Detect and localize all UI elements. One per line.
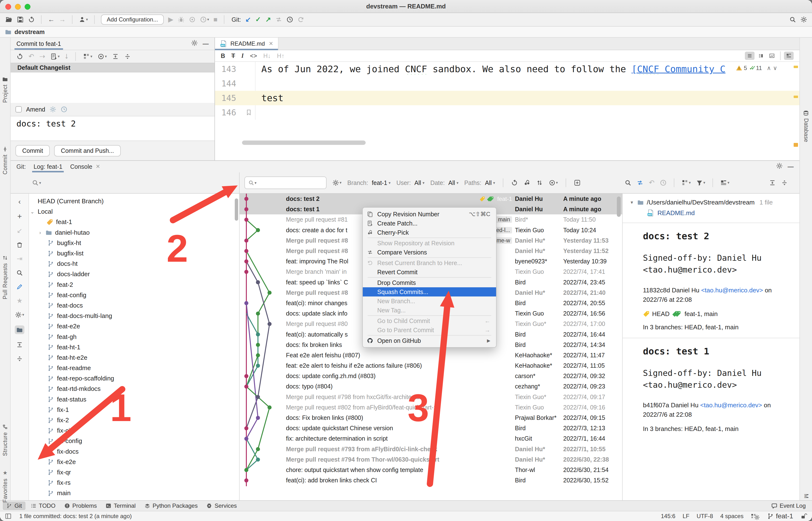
find-icon[interactable] xyxy=(16,269,23,276)
git-panel-hide-icon[interactable]: — xyxy=(788,163,794,170)
commit-options-gear-icon[interactable] xyxy=(49,106,56,113)
collapse-details-icon[interactable] xyxy=(781,179,788,186)
user-filter[interactable]: User: All▾ xyxy=(396,179,424,186)
strikethrough-icon[interactable]: T xyxy=(232,52,235,60)
next-problem-icon[interactable]: ∨ xyxy=(773,65,777,71)
tree-item-feat-1[interactable]: feat-1 xyxy=(29,217,239,227)
rollback-icon[interactable]: ↶ xyxy=(28,53,34,60)
view-options-icon[interactable]: ▾ xyxy=(97,53,107,60)
annotations-icon[interactable] xyxy=(751,512,760,520)
toolwindow-button-python-packages[interactable]: Python Packages xyxy=(141,502,201,510)
file-encoding[interactable]: UTF-8 xyxy=(697,513,713,520)
commit-row[interactable]: feat: e2e alert to feishu if e2e actions… xyxy=(240,360,622,371)
details-search-icon[interactable] xyxy=(624,179,631,186)
italic-icon[interactable]: I xyxy=(241,52,244,59)
indent-style[interactable]: 4 spaces xyxy=(720,513,743,520)
settings-icon[interactable] xyxy=(800,16,807,23)
branch-search[interactable]: ▾ xyxy=(10,173,240,193)
git-branch-widget[interactable]: feat-1 xyxy=(767,513,793,520)
new-bookmark-icon[interactable] xyxy=(574,179,580,186)
commit-row[interactable]: docs: Fix broken links (#800)Prajwal Bor… xyxy=(240,413,622,423)
commit-row[interactable]: Merge pull request #793 from aFlyBird0/c… xyxy=(240,444,622,454)
sidebar-item-make[interactable]: M xyxy=(800,494,812,498)
zoom-window-button[interactable] xyxy=(25,4,30,10)
changelist-icon[interactable]: ▾ xyxy=(50,53,60,60)
bold-icon[interactable]: B xyxy=(221,52,225,60)
commit-search-input[interactable]: ▾ xyxy=(244,177,327,189)
refresh-log-icon[interactable] xyxy=(511,179,518,186)
toolwindow-button-git[interactable]: Git xyxy=(3,502,25,510)
filter-settings-icon[interactable]: ▾ xyxy=(332,179,342,186)
menu-item-new-branch[interactable]: New Branch... xyxy=(363,296,496,305)
tree-item-fix-rs[interactable]: fix-rs xyxy=(29,478,239,488)
sidebar-item-structure[interactable]: Structure xyxy=(0,424,10,456)
commit-list-scrollbar[interactable] xyxy=(617,197,621,217)
bookmark-icon[interactable] xyxy=(245,109,252,116)
author-email-link[interactable]: <tao.hu@merico.dev> xyxy=(700,402,762,409)
code-icon[interactable]: <> xyxy=(250,52,257,60)
delete-branch-icon[interactable] xyxy=(16,242,23,248)
menu-item-create-patch[interactable]: Create Patch... xyxy=(363,219,496,228)
tree-item-feat-docs-multi-lang[interactable]: feat-docs-multi-lang xyxy=(29,311,239,321)
date-filter[interactable]: Date: All▾ xyxy=(431,179,459,186)
menu-item-cherry-pick[interactable]: Cherry-Pick xyxy=(363,228,496,237)
coverage-icon[interactable] xyxy=(189,16,196,23)
sort-icon[interactable] xyxy=(536,179,543,186)
changed-files-root[interactable]: ▾ /Users/danielhu/DevStream/devstream 1 … xyxy=(630,197,795,208)
sync-icon[interactable] xyxy=(28,16,35,23)
commit-row[interactable]: Merge pull request #798 from hxcGit/fix-… xyxy=(240,392,622,402)
profiler-icon[interactable]: ▾ xyxy=(200,16,209,23)
tree-item-fix-e2e[interactable]: fix-e2e xyxy=(29,457,239,467)
commit-settings-icon[interactable] xyxy=(191,40,198,48)
run-icon[interactable]: ▶ xyxy=(168,16,173,23)
menu-item-go-to-child-commit[interactable]: Go to Child Commit← xyxy=(363,316,496,325)
commit-row[interactable]: docs: test 2feat-1Daniel HuA minute ago xyxy=(240,194,622,204)
lock-icon[interactable] xyxy=(800,513,807,520)
menu-item-drop-commits[interactable]: Drop Commits xyxy=(363,278,496,287)
tree-item-bugfix-list[interactable]: bugfix-list xyxy=(29,248,239,258)
tree-item-feat-ht-e2e[interactable]: feat-ht-e2e xyxy=(29,353,239,363)
close-window-button[interactable] xyxy=(5,4,11,10)
branch-settings-icon[interactable]: ▾ xyxy=(15,312,24,318)
group-by-icon[interactable]: ▾ xyxy=(83,53,92,60)
commit-message-input[interactable]: docs: test 2 xyxy=(10,116,215,141)
git-merge-icon[interactable] xyxy=(275,16,282,23)
editor-tab-readme[interactable]: README.md ✕ xyxy=(215,38,279,50)
menu-item-copy-revision-number[interactable]: Copy Revision Number⌥⇧⌘C xyxy=(363,209,496,219)
toolwindow-toggle-icon[interactable] xyxy=(5,513,12,520)
tree-item-fix-docs[interactable]: fix-docs xyxy=(29,446,239,457)
history-icon[interactable] xyxy=(660,179,666,186)
sidebar-item-database[interactable]: Database xyxy=(800,110,812,142)
menu-item-open-on-github[interactable]: Open on GitHub▶ xyxy=(363,336,496,345)
link-icon[interactable] xyxy=(290,52,297,60)
commit-button[interactable]: Commit xyxy=(16,145,50,156)
add-configuration-button[interactable]: Add Configuration... xyxy=(101,15,164,25)
git-commit-icon[interactable]: ✓ xyxy=(255,16,261,23)
tree-item-fix-ci[interactable]: fix-ci xyxy=(29,425,239,436)
git-rollback-icon[interactable] xyxy=(298,16,304,23)
branches-scrollbar[interactable] xyxy=(235,199,238,221)
branch-filter[interactable]: Branch: feat-1▾ xyxy=(347,179,391,186)
tree-item-feat-gh[interactable]: feat-gh xyxy=(29,332,239,342)
toolwindow-button-todo[interactable]: TODO xyxy=(27,502,59,510)
tree-item-daniel-hutao[interactable]: ›daniel-hutao xyxy=(29,227,239,238)
debug-icon[interactable] xyxy=(178,16,184,23)
expand-branches-icon[interactable] xyxy=(16,341,23,348)
hide-branches-icon[interactable]: ‹ xyxy=(18,198,21,205)
hide-panel-icon[interactable]: — xyxy=(203,40,209,47)
commit-history-icon[interactable] xyxy=(61,106,67,113)
heading-down-icon[interactable]: H↓ xyxy=(263,52,271,60)
highlight-icon[interactable]: ▾ xyxy=(549,179,558,186)
save-icon[interactable] xyxy=(17,16,24,23)
tree-item-multi-language[interactable]: multi-language xyxy=(29,498,239,500)
amend-checkbox[interactable] xyxy=(16,106,22,113)
tree-item-local[interactable]: ⌄Local xyxy=(29,206,239,217)
inspections-widget[interactable]: 5 ✓✓ 11 ∧ ∨ xyxy=(736,64,777,72)
checkout-icon[interactable]: ↙ xyxy=(17,227,22,234)
refresh-changes-icon[interactable] xyxy=(17,53,23,60)
breadcrumb-project[interactable]: devstream xyxy=(15,28,45,36)
open-icon[interactable] xyxy=(5,16,13,23)
tree-item-bugfix-ht[interactable]: bugfix-ht xyxy=(29,238,239,248)
tree-item-docs-ladder[interactable]: docs-ladder xyxy=(29,269,239,279)
tree-item-feat-2[interactable]: feat-2 xyxy=(29,279,239,290)
